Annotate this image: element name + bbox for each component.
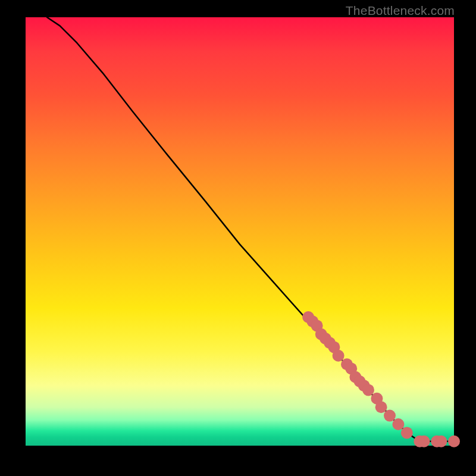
- marker-dot: [401, 427, 413, 439]
- marker-dot: [333, 350, 345, 362]
- marker-dot: [435, 436, 447, 447]
- marker-dot: [392, 418, 404, 430]
- curve-path: [47, 17, 454, 441]
- marker-dot: [384, 410, 396, 422]
- marker-dots: [302, 311, 460, 447]
- marker-dot: [362, 384, 374, 396]
- chart-frame: TheBottleneck.com: [0, 0, 476, 476]
- attribution-text: TheBottleneck.com: [346, 4, 455, 18]
- curve-line: [47, 17, 454, 441]
- chart-overlay: [26, 17, 454, 446]
- marker-dot: [448, 436, 460, 447]
- marker-dot: [418, 436, 430, 447]
- marker-dot: [375, 401, 387, 413]
